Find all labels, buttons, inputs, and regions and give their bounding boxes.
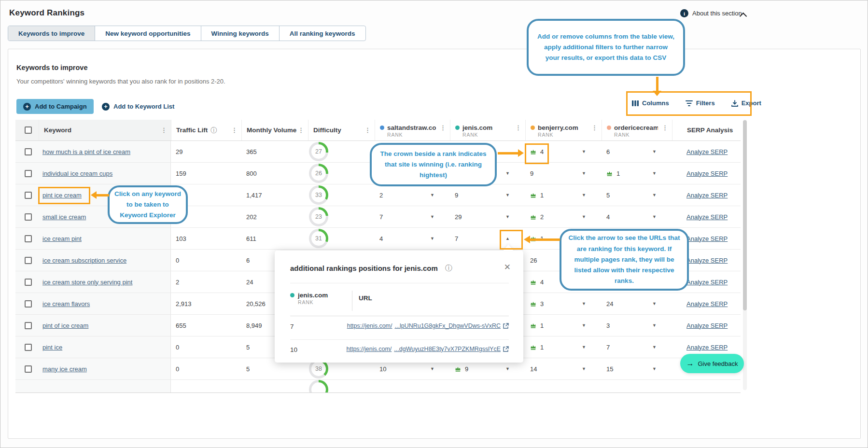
external-link-icon xyxy=(503,323,509,329)
crown-icon xyxy=(530,280,536,285)
kebab-menu-icon[interactable]: ⋮ xyxy=(514,124,522,131)
keyword-link[interactable]: many ice cream xyxy=(42,365,87,373)
scrollbar-thumb[interactable] xyxy=(743,120,747,310)
expand-caret-icon[interactable]: ▼ xyxy=(652,149,657,154)
expand-caret-icon[interactable]: ▼ xyxy=(505,193,510,197)
analyze-serp-link[interactable]: Analyze SERP xyxy=(686,279,728,286)
select-all-checkbox[interactable] xyxy=(25,126,32,134)
tab-keywords-to-improve[interactable]: Keywords to improve xyxy=(8,26,95,41)
expand-caret-icon[interactable]: ▼ xyxy=(652,193,657,197)
expand-caret-icon[interactable]: ▼ xyxy=(582,171,586,176)
expand-caret-icon[interactable]: ▼ xyxy=(652,171,657,176)
analyze-serp-link[interactable]: Analyze SERP xyxy=(686,148,728,155)
expand-caret-icon[interactable]: ▼ xyxy=(505,214,510,219)
expand-caret-icon[interactable]: ▼ xyxy=(652,214,657,219)
keyword-link[interactable]: pint of ice cream xyxy=(42,322,88,329)
keyword-link[interactable]: small ice cream xyxy=(42,213,86,221)
popup-url-link[interactable]: https://jenis.com/...dgWuyuzH8E3ty7vX7PZ… xyxy=(347,346,509,352)
row-checkbox[interactable] xyxy=(25,344,32,351)
tab-winning-keywords[interactable]: Winning keywords xyxy=(201,26,279,41)
analyze-serp-link[interactable]: Analyze SERP xyxy=(686,170,728,177)
info-icon[interactable]: ⓘ xyxy=(445,264,452,273)
close-icon[interactable]: ✕ xyxy=(504,262,511,272)
expand-caret-icon[interactable]: ▼ xyxy=(430,366,434,371)
expand-caret-icon[interactable]: ▼ xyxy=(582,345,586,350)
analyze-serp-link[interactable]: Analyze SERP xyxy=(686,300,728,308)
analyze-serp-link[interactable]: Analyze SERP xyxy=(686,235,728,242)
row-checkbox[interactable] xyxy=(25,235,32,242)
expand-caret-icon[interactable]: ▼ xyxy=(505,366,510,371)
expand-caret-icon[interactable]: ▼ xyxy=(652,323,657,328)
row-checkbox[interactable] xyxy=(25,300,32,308)
expand-caret-icon[interactable]: ▼ xyxy=(430,214,434,219)
kebab-menu-icon[interactable]: ⋮ xyxy=(297,126,305,134)
col-header-jenis[interactable]: jenis.com⋮ RANK xyxy=(450,120,525,140)
row-checkbox[interactable] xyxy=(25,322,32,329)
analyze-serp-link[interactable]: Analyze SERP xyxy=(686,192,728,199)
section-subtitle: Your competitors' winning keywords that … xyxy=(16,78,225,85)
keyword-link[interactable]: ice cream pint xyxy=(42,235,82,242)
row-checkbox[interactable] xyxy=(25,213,32,221)
analyze-serp-link[interactable]: Analyze SERP xyxy=(686,344,728,351)
analyze-serp-link[interactable]: Analyze SERP xyxy=(686,213,728,221)
divider xyxy=(352,291,352,311)
kebab-menu-icon[interactable]: ⋮ xyxy=(160,126,168,134)
expand-caret-icon[interactable]: ▼ xyxy=(652,366,657,371)
analyze-serp-link[interactable]: Analyze SERP xyxy=(686,257,728,264)
info-icon[interactable]: ⓘ xyxy=(210,126,217,135)
kebab-menu-icon[interactable]: ⋮ xyxy=(661,124,669,131)
expand-caret-icon[interactable]: ▼ xyxy=(582,193,586,197)
tab-all-ranking-keywords[interactable]: All ranking keywords xyxy=(279,26,365,41)
about-this-section[interactable]: i About this section xyxy=(680,9,742,17)
difficulty-gauge: 33 xyxy=(309,185,328,205)
expand-caret-icon[interactable]: ▼ xyxy=(652,345,657,350)
col-header-monthly-volume[interactable]: Monthly Volume⋮ xyxy=(241,120,308,140)
keyword-cell: pint of ice cream xyxy=(39,315,171,336)
kebab-menu-icon[interactable]: ⋮ xyxy=(364,126,372,134)
row-checkbox-cell xyxy=(15,163,39,184)
serp-analysis-cell: Analyze SERP xyxy=(672,163,741,184)
expand-caret-icon[interactable]: ▼ xyxy=(505,171,510,176)
expand-caret-icon[interactable]: ▼ xyxy=(582,149,586,154)
col-header-benjerry[interactable]: benjerry.com⋮ RANK xyxy=(525,120,602,140)
keyword-link[interactable]: ice cream store only serving pint xyxy=(42,279,132,286)
kebab-menu-icon[interactable]: ⋮ xyxy=(230,126,238,134)
add-to-campaign-button[interactable]: + Add to Campaign xyxy=(16,99,94,114)
expand-caret-icon[interactable]: ▼ xyxy=(582,366,586,371)
keyword-link[interactable]: ice cream flavors xyxy=(42,300,90,308)
row-checkbox[interactable] xyxy=(25,148,32,155)
give-feedback-button[interactable]: → Give feedback xyxy=(680,354,744,373)
expand-caret-icon[interactable]: ▼ xyxy=(430,236,434,241)
keyword-link[interactable]: how much is a pint of ice cream xyxy=(42,148,130,155)
tab-new-keyword-opportunities[interactable]: New keyword opportunities xyxy=(95,26,200,41)
row-checkbox[interactable] xyxy=(25,279,32,286)
row-checkbox[interactable] xyxy=(25,170,32,177)
collapse-chevron-icon[interactable] xyxy=(741,12,746,17)
add-to-keyword-list-button[interactable]: + Add to Keyword List xyxy=(98,99,178,114)
rank-value: 29 xyxy=(455,213,462,221)
col-header-difficulty[interactable]: Difficulty⋮ xyxy=(308,120,375,140)
keyword-link[interactable]: pint ice xyxy=(42,344,62,351)
popup-rank-value: 10 xyxy=(290,346,297,353)
col-header-traffic-lift[interactable]: Traffic Liftⓘ⋮ xyxy=(171,120,241,140)
col-header-ordericecream[interactable]: ordericecream.blue⋮ RANK xyxy=(602,120,672,140)
row-checkbox[interactable] xyxy=(25,192,32,199)
expand-caret-icon[interactable]: ▼ xyxy=(582,323,586,328)
row-checkbox[interactable] xyxy=(25,257,32,264)
col-header-keyword[interactable]: Keyword⋮ xyxy=(39,120,171,140)
col-header-saltandstraw[interactable]: saltandstraw.com (y⋮ RANK xyxy=(375,120,450,140)
kebab-menu-icon[interactable]: ⋮ xyxy=(590,124,599,131)
keyword-link[interactable]: ice cream subscription service xyxy=(42,257,126,264)
expand-caret-icon[interactable]: ▼ xyxy=(582,301,586,306)
popup-url-link[interactable]: https://jenis.com/...lpUNRu1G8gkFx_DhgwV… xyxy=(347,322,509,329)
expand-caret-icon[interactable]: ▼ xyxy=(582,214,586,219)
kebab-menu-icon[interactable]: ⋮ xyxy=(439,124,447,131)
expand-caret-icon[interactable]: ▼ xyxy=(430,193,434,197)
rank-value: 9 xyxy=(530,170,533,177)
keyword-link[interactable]: individual ice cream cups xyxy=(42,170,112,177)
vertical-scrollbar[interactable] xyxy=(743,120,747,390)
rank-cell: 1▼ xyxy=(525,336,602,358)
analyze-serp-link[interactable]: Analyze SERP xyxy=(686,322,728,329)
row-checkbox[interactable] xyxy=(25,365,32,373)
expand-caret-icon[interactable]: ▼ xyxy=(652,301,657,306)
